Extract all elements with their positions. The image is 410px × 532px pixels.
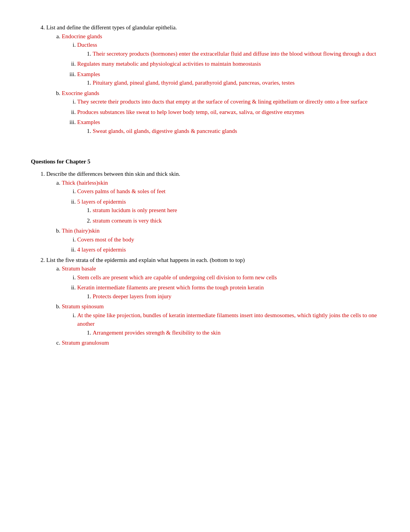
stem-cells-item: Stem cells are present which are capable… <box>77 273 379 282</box>
thin-skin-layers-text: 4 layers of epidermis <box>77 246 126 253</box>
chapter5-q1: Describe the differences between thin sk… <box>46 170 379 254</box>
regulates-text: Regulates many metabolic and physiologic… <box>77 61 261 67</box>
stratum-spinosum-roman: At the spine like projection, bundles of… <box>62 311 379 337</box>
thick-skin-layers-text: 5 layers of epidermis <box>77 199 126 205</box>
stratum-corneum-item: stratum corneum is very thick <box>93 216 379 225</box>
keratin-filaments-item: Keratin intermediate filaments are prese… <box>77 283 379 301</box>
endocrine-glands-item: Endocrine glands Ductless Their secretor… <box>62 32 379 87</box>
regulates-item: Regulates many metabolic and physiologic… <box>77 59 379 68</box>
chapter5-q1-text: Describe the differences between thin sk… <box>46 171 180 177</box>
exocrine-glands-item: Exocrine glands They secrete their produ… <box>62 89 379 136</box>
endocrine-examples-item: Examples Pituitary gland, pineal gland, … <box>77 70 379 87</box>
chapter5-list: Describe the differences between thin sk… <box>31 170 379 347</box>
chapter4-question-text: List and define the different types of g… <box>46 24 177 31</box>
thick-skin-item: Thick (hairless)skin Covers palms of han… <box>62 178 379 225</box>
exocrine-produces-text: Produces substances like sweat to help l… <box>77 109 304 115</box>
chapter5-heading: Questions for Chapter 5 <box>31 157 379 166</box>
spine-projection-item: At the spine like projection, bundles of… <box>77 311 379 337</box>
thick-skin-covers-text: Covers palms of hands & soles of feet <box>77 188 166 194</box>
thin-skin-covers-item: Covers most of the body <box>77 235 379 244</box>
exocrine-examples-text: Sweat glands, oil glands, digestive glan… <box>93 128 237 134</box>
exocrine-examples-list: Sweat glands, oil glands, digestive glan… <box>77 127 379 136</box>
protects-layers-text: Protects deeper layers from injury <box>93 293 171 299</box>
thick-skin-roman: Covers palms of hands & soles of feet 5 … <box>62 187 379 225</box>
endocrine-examples-text: Pituitary gland, pineal gland, thyroid g… <box>93 80 295 86</box>
keratin-filaments-text: Keratin intermediate filaments are prese… <box>77 284 264 291</box>
chapter4-question: List and define the different types of g… <box>46 23 379 135</box>
endocrine-examples-label: Examples <box>77 71 100 77</box>
endocrine-examples-text-item: Pituitary gland, pineal gland, thyroid g… <box>93 78 379 87</box>
chapter4-alpha-list: Endocrine glands Ductless Their secretor… <box>46 32 379 136</box>
chapter4-list: List and define the different types of g… <box>31 23 379 135</box>
thin-skin-roman: Covers most of the body 4 layers of epid… <box>62 235 379 254</box>
chapter5-q1-alpha: Thick (hairless)skin Covers palms of han… <box>46 178 379 254</box>
spine-projection-list: Arrangement provides strength & flexibil… <box>77 328 379 337</box>
ductless-item: Ductless Their secretory products (hormo… <box>77 41 379 58</box>
stratum-spinosum-label: Stratum spinosum <box>62 303 104 309</box>
exocrine-glands-label: Exocrine glands <box>62 90 99 96</box>
endocrine-roman-list: Ductless Their secretory products (hormo… <box>62 41 379 87</box>
thin-skin-covers-text: Covers most of the body <box>77 236 134 243</box>
ductless-label: Ductless <box>77 42 97 48</box>
stratum-granulosum-label: Stratum granulosum <box>62 340 109 346</box>
keratin-filaments-list: Protects deeper layers from injury <box>77 292 379 301</box>
thin-skin-item: Thin (hairy)skin Covers most of the body… <box>62 226 379 254</box>
thick-skin-layers-item: 5 layers of epidermis stratum lucidum is… <box>77 197 379 225</box>
stratum-corneum-text: stratum corneum is very thick <box>93 218 162 224</box>
chapter5-q2-text: List the five strata of the epidermis an… <box>46 257 245 263</box>
stratum-lucidum-text: stratum lucidum is only present here <box>93 207 177 213</box>
arrangement-item: Arrangement provides strength & flexibil… <box>93 328 379 337</box>
exocrine-roman-list: They secrete their products into ducts t… <box>62 97 379 135</box>
stem-cells-text: Stem cells are present which are capable… <box>77 274 277 280</box>
chapter5-q2: List the five strata of the epidermis an… <box>46 256 379 347</box>
exocrine-examples-text-item: Sweat glands, oil glands, digestive glan… <box>93 127 379 136</box>
stratum-basale-label: Stratum basale <box>62 265 96 272</box>
endocrine-examples-list: Pituitary gland, pineal gland, thyroid g… <box>77 78 379 87</box>
stratum-basale-item: Stratum basale Stem cells are present wh… <box>62 264 379 301</box>
thick-skin-covers-item: Covers palms of hands & soles of feet <box>77 187 379 196</box>
protects-layers-item: Protects deeper layers from injury <box>93 292 379 301</box>
spine-projection-text: At the spine like projection, bundles of… <box>77 312 377 327</box>
exocrine-examples-item: Examples Sweat glands, oil glands, diges… <box>77 118 379 135</box>
thin-skin-layers-item: 4 layers of epidermis <box>77 245 379 254</box>
stratum-granulosum-item: Stratum granulosum <box>62 338 379 347</box>
thick-skin-layers-list: stratum lucidum is only present here str… <box>77 206 379 225</box>
stratum-spinosum-item: Stratum spinosum At the spine like proje… <box>62 302 379 337</box>
arrangement-text: Arrangement provides strength & flexibil… <box>93 330 220 336</box>
chapter5-q2-alpha: Stratum basale Stem cells are present wh… <box>46 264 379 347</box>
exocrine-produces-item: Produces substances like sweat to help l… <box>77 108 379 117</box>
stratum-basale-roman: Stem cells are present which are capable… <box>62 273 379 301</box>
exocrine-secrete-item: They secrete their products into ducts t… <box>77 97 379 106</box>
endocrine-glands-label: Endocrine glands <box>62 33 102 39</box>
exocrine-secrete-text: They secrete their products into ducts t… <box>77 99 368 105</box>
thin-skin-label: Thin (hairy)skin <box>62 228 100 234</box>
exocrine-examples-label: Examples <box>77 119 100 125</box>
thick-skin-label: Thick (hairless)skin <box>62 180 108 186</box>
hormones-text: Their secretory products (hormones) ente… <box>93 51 376 57</box>
ductless-decimal-list: Their secretory products (hormones) ente… <box>77 49 379 58</box>
hormones-item: Their secretory products (hormones) ente… <box>93 49 379 58</box>
stratum-lucidum-item: stratum lucidum is only present here <box>93 206 379 215</box>
